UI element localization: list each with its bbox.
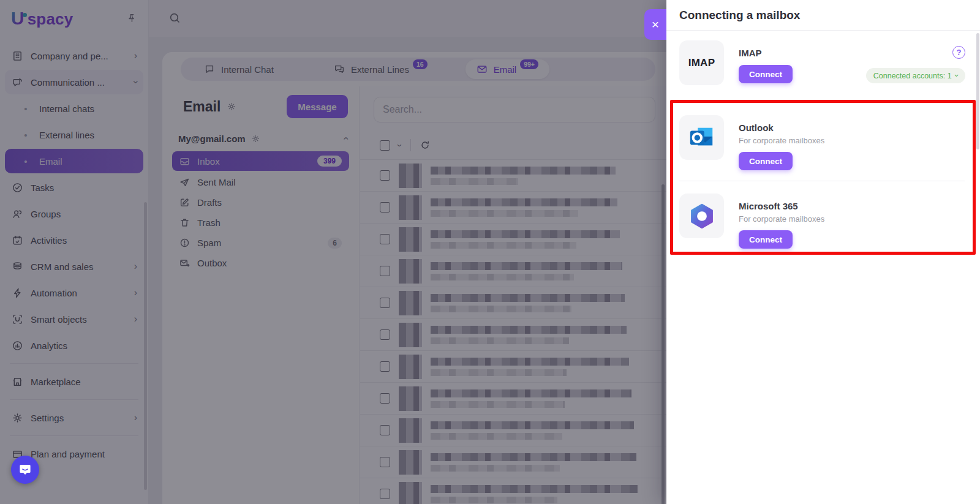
- connect-microsoft365-button[interactable]: Connect: [739, 230, 793, 249]
- chat-launcher-icon: [18, 462, 32, 477]
- provider-subtitle: For corporate mailboxes: [739, 214, 824, 224]
- support-chat-launcher[interactable]: [11, 456, 39, 484]
- close-panel-button[interactable]: ×: [644, 9, 666, 40]
- chevron-down-icon: ›: [952, 74, 961, 77]
- connect-outlook-button[interactable]: Connect: [739, 152, 793, 170]
- outlook-logo: [679, 115, 724, 160]
- provider-imap: IMAP IMAP Connect ? Connected accounts: …: [679, 40, 965, 85]
- divider: [679, 181, 965, 181]
- modal-dim-overlay[interactable]: [0, 0, 666, 504]
- imap-logo: IMAP: [679, 40, 724, 85]
- panel-scrollbar[interactable]: [976, 33, 979, 149]
- close-icon: ×: [652, 17, 659, 32]
- provider-name: Microsoft 365: [739, 201, 824, 211]
- provider-name: IMAP: [739, 48, 793, 58]
- panel-header: Connecting a mailbox: [666, 0, 980, 31]
- provider-subtitle: For corporate mailboxes: [739, 136, 824, 145]
- provider-microsoft365: Microsoft 365 For corporate mailboxes Co…: [679, 194, 965, 249]
- provider-name: Outlook: [739, 122, 824, 133]
- microsoft-365-logo: [679, 194, 724, 238]
- connect-mailbox-panel: Connecting a mailbox IMAP IMAP Connect ?…: [666, 0, 980, 504]
- provider-outlook: Outlook For corporate mailboxes Connect: [679, 115, 965, 170]
- connected-accounts-pill[interactable]: Connected accounts: 1 ›: [866, 68, 965, 83]
- help-icon[interactable]: ?: [952, 46, 965, 59]
- panel-title: Connecting a mailbox: [679, 9, 800, 22]
- connect-imap-button[interactable]: Connect: [739, 65, 793, 83]
